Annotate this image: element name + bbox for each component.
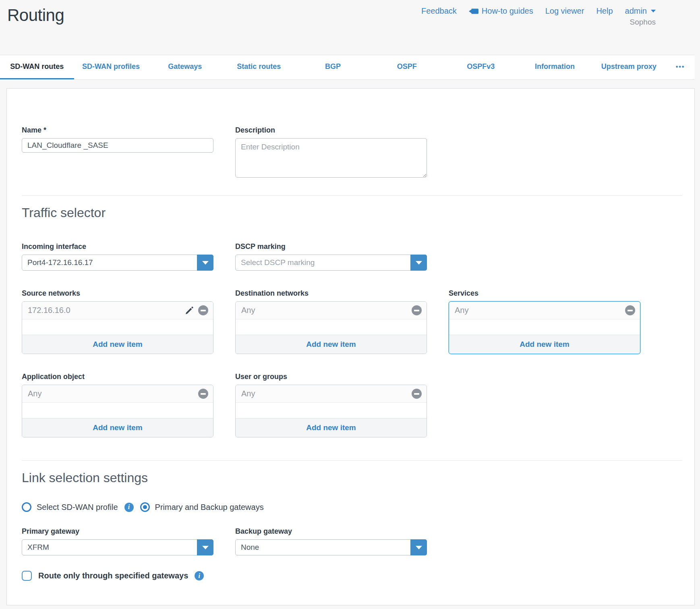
add-new-item-button[interactable]: Add new item (449, 335, 640, 354)
remove-item-icon[interactable] (198, 389, 208, 399)
dscp-marking-placeholder: Select DSCP marking (236, 255, 427, 270)
route-only-row: Route only through specified gateways i (22, 571, 694, 581)
description-label: Description (235, 126, 427, 135)
radio-selected-icon[interactable] (140, 502, 150, 512)
tab-bgp[interactable]: BGP (296, 55, 370, 79)
name-label: Name * (22, 126, 213, 135)
sdwan-route-form: Name * Description Traffic selector Inco… (6, 88, 695, 605)
chevron-down-icon (651, 10, 656, 12)
feedback-link[interactable]: Feedback (421, 6, 457, 16)
list-item: Any (22, 385, 213, 403)
source-networks-label: Source networks (22, 289, 213, 298)
route-only-checkbox[interactable] (22, 571, 32, 581)
tab-sdwan-routes[interactable]: SD-WAN routes (0, 55, 74, 79)
tab-static-routes[interactable]: Static routes (222, 55, 296, 79)
radio-select-sdwan-profile[interactable]: Select SD-WAN profile (22, 502, 118, 512)
tab-ospfv3[interactable]: OSPFv3 (444, 55, 518, 79)
dscp-marking-label: DSCP marking (235, 242, 427, 251)
incoming-interface-select[interactable]: Port4-172.16.16.17 (22, 255, 213, 271)
section-divider (22, 195, 682, 196)
primary-gateway-label: Primary gateway (22, 527, 213, 536)
chevron-down-icon (416, 261, 422, 265)
add-new-item-button[interactable]: Add new item (236, 418, 427, 437)
user-or-groups-label: User or groups (235, 373, 427, 381)
dropdown-button[interactable] (410, 539, 427, 555)
destination-networks-panel: Any Add new item (235, 301, 427, 354)
gateways-row: Primary gateway XFRM Backup gateway None (22, 527, 694, 555)
description-input[interactable] (235, 138, 427, 178)
primary-gateway-select[interactable]: XFRM (22, 539, 213, 555)
panel-spacer (22, 403, 213, 418)
application-object-label: Application object (22, 373, 213, 381)
interface-dscp-row: Incoming interface Port4-172.16.16.17 DS… (22, 242, 694, 271)
remove-item-icon[interactable] (625, 305, 635, 315)
header-links: Feedback How-to guides Log viewer Help a… (421, 6, 656, 16)
more-tabs-ellipsis-icon[interactable]: ••• (666, 55, 695, 79)
panel-spacer (236, 319, 427, 335)
tab-upstream-proxy[interactable]: Upstream proxy (592, 55, 666, 79)
dropdown-button[interactable] (410, 255, 427, 271)
chevron-down-icon (202, 261, 209, 265)
list-item: Any (449, 302, 640, 319)
chevron-down-icon (416, 546, 422, 549)
tab-sdwan-profiles[interactable]: SD-WAN profiles (74, 55, 148, 79)
add-new-item-button[interactable]: Add new item (22, 418, 213, 437)
backup-gateway-select[interactable]: None (235, 539, 427, 555)
add-new-item-button[interactable]: Add new item (236, 335, 427, 354)
incoming-interface-label: Incoming interface (22, 242, 213, 251)
name-description-row: Name * Description (22, 126, 694, 179)
remove-item-icon[interactable] (412, 305, 422, 315)
list-item-text: Any (455, 306, 625, 315)
route-only-label: Route only through specified gateways (38, 571, 188, 580)
help-link[interactable]: Help (596, 6, 613, 16)
brand-label: Sophos (630, 18, 656, 27)
radio-label: Select SD-WAN profile (37, 503, 118, 512)
dropdown-button[interactable] (197, 539, 213, 555)
radio-label: Primary and Backup gateways (155, 503, 264, 512)
remove-item-icon[interactable] (198, 305, 208, 315)
video-camera-icon (469, 8, 478, 14)
name-input[interactable] (22, 138, 213, 153)
info-icon[interactable]: i (124, 503, 134, 512)
remove-item-icon[interactable] (412, 389, 422, 399)
tab-ospf[interactable]: OSPF (370, 55, 444, 79)
link-selection-heading: Link selection settings (22, 470, 694, 485)
admin-menu[interactable]: admin (625, 6, 656, 16)
link-selection-radios: Select SD-WAN profile i Primary and Back… (22, 502, 694, 512)
section-divider (22, 460, 682, 461)
incoming-interface-value: Port4-172.16.16.17 (22, 255, 213, 270)
backup-gateway-label: Backup gateway (235, 527, 427, 536)
user-or-groups-panel: Any Add new item (235, 385, 427, 437)
panel-spacer (236, 403, 427, 418)
howto-guides-link[interactable]: How-to guides (469, 6, 533, 16)
edit-pencil-icon[interactable] (184, 306, 194, 315)
add-new-item-button[interactable]: Add new item (22, 335, 213, 354)
application-object-panel: Any Add new item (22, 385, 213, 437)
list-item: 172.16.16.0 (22, 302, 213, 319)
list-item-text: Any (241, 389, 412, 398)
list-item: Any (236, 302, 427, 319)
list-item-text: 172.16.16.0 (28, 306, 184, 315)
radio-primary-backup-gateways[interactable]: Primary and Backup gateways (140, 502, 264, 512)
radio-unselected-icon[interactable] (22, 502, 31, 512)
list-item: Any (236, 385, 427, 403)
list-item-text: Any (241, 306, 412, 315)
panel-spacer (22, 319, 213, 335)
routing-page: Routing Feedback How-to guides Log viewe… (0, 0, 700, 605)
log-viewer-link[interactable]: Log viewer (545, 6, 584, 16)
dscp-marking-select[interactable]: Select DSCP marking (235, 255, 427, 271)
backup-gateway-value: None (236, 540, 427, 555)
services-panel: Any Add new item (449, 301, 640, 354)
panel-spacer (449, 319, 640, 335)
traffic-selector-heading: Traffic selector (22, 205, 694, 220)
routing-tabbar: SD-WAN routes SD-WAN profiles Gateways S… (0, 55, 695, 80)
dropdown-button[interactable] (197, 255, 213, 271)
tab-information[interactable]: Information (518, 55, 592, 79)
info-icon[interactable]: i (195, 571, 204, 580)
tab-gateways[interactable]: Gateways (148, 55, 222, 79)
services-label: Services (449, 289, 640, 298)
source-networks-panel: 172.16.16.0 Add new item (22, 301, 213, 354)
destination-networks-label: Destination networks (235, 289, 427, 298)
networks-services-row: Source networks 172.16.16.0 Add new item… (22, 289, 694, 354)
app-users-row: Application object Any Add new item User… (22, 373, 694, 437)
